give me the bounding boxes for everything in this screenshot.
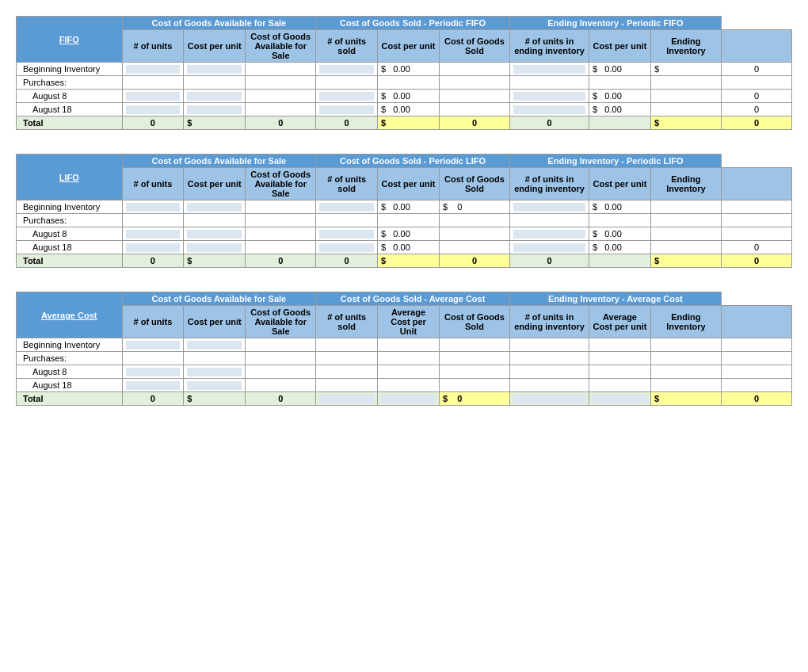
fifo-pur-units (122, 76, 184, 90)
avg-total-endcpu[interactable] (589, 392, 651, 406)
lifo-bi-units-input[interactable] (126, 203, 181, 212)
fifo-aug8-cpu[interactable] (184, 90, 246, 103)
avg-total-endu-input[interactable] (513, 395, 585, 403)
fifo-title-cell: FIFO (17, 17, 123, 63)
lifo-aug18-endu[interactable] (509, 241, 589, 254)
avg-row-total: Total 0 $ 0 $ 0 $ 0 (17, 392, 792, 406)
fifo-header-row1: FIFO Cost of Goods Available for Sale Co… (17, 17, 792, 30)
lifo-aug8-units[interactable] (122, 227, 184, 241)
lifo-aug18-sold-input[interactable] (319, 243, 374, 252)
lifo-bi-sold-input[interactable] (319, 203, 374, 212)
fifo-aug8-endu[interactable] (509, 90, 589, 103)
avg-bi-cpu[interactable] (184, 338, 246, 352)
lifo-bi-endu-input[interactable] (513, 203, 585, 212)
avg-row-purchases: Purchases: (17, 352, 792, 365)
fifo-bi-unitssold[interactable] (316, 63, 378, 76)
avg-total-acpu[interactable] (378, 392, 440, 406)
lifo-aug18-units[interactable] (122, 241, 184, 254)
lifo-bi-cpu[interactable] (184, 200, 246, 214)
avg-row-aug8: August 8 (17, 365, 792, 379)
avg-aug18-cpu-input[interactable] (187, 381, 242, 390)
lifo-aug8-endu[interactable] (509, 227, 589, 241)
avg-aug8-cpu[interactable] (184, 365, 246, 379)
avg-aug18-units[interactable] (122, 379, 184, 392)
fifo-pur-sold (316, 76, 378, 90)
fifo-bi-units[interactable] (122, 63, 184, 76)
lifo-row-beginning: Beginning Inventory $ 0.00 $ 0 $ 0.00 (17, 200, 792, 214)
avg-total-sold[interactable] (316, 392, 378, 406)
lifo-bi-cog (246, 200, 316, 214)
lifo-bi-endu[interactable] (509, 200, 589, 214)
avg-aug18-cpu[interactable] (184, 379, 246, 392)
fifo-aug18-sold-input[interactable] (319, 105, 374, 114)
fifo-row-aug18: August 18 $ 0.00 $ 0.00 0 (17, 103, 792, 116)
fifo-aug18-endu-input[interactable] (513, 105, 585, 114)
fifo-total-sold: 0 (316, 116, 378, 130)
fifo-bi-units-input[interactable] (126, 65, 181, 74)
lifo-aug8-costper: $ 0.00 (378, 227, 440, 241)
fifo-aug8-cpu-input[interactable] (187, 92, 242, 101)
lifo-aug18-endu-input[interactable] (513, 243, 585, 252)
lifo-aug8-endu-input[interactable] (513, 230, 585, 239)
fifo-aug8-sold-input[interactable] (319, 92, 374, 101)
avg-row-beginning: Beginning Inventory (17, 338, 792, 352)
lifo-aug8-sold[interactable] (316, 227, 378, 241)
fifo-aug18-units[interactable] (122, 103, 184, 116)
fifo-bi-unitssold-input[interactable] (319, 65, 374, 74)
fifo-col7: # of units in ending inventory (509, 30, 589, 63)
avg-total-endi-dollar: $ (650, 392, 721, 406)
fifo-bi-endingunits[interactable] (509, 63, 589, 76)
lifo-col5: Cost per unit (378, 168, 440, 200)
avg-total-endu[interactable] (509, 392, 589, 406)
fifo-aug18-cpu[interactable] (184, 103, 246, 116)
avg-aug8-cpu-input[interactable] (187, 368, 242, 376)
lifo-aug8-cpu-input[interactable] (187, 230, 242, 239)
fifo-bi-endingunits-input[interactable] (513, 65, 585, 74)
lifo-aug18-cpu-input[interactable] (187, 243, 242, 252)
fifo-pur-endi (650, 76, 721, 90)
fifo-bi-endinginv1: $ (650, 63, 721, 76)
fifo-bi-costper[interactable] (184, 63, 246, 76)
fifo-aug8-units[interactable] (122, 90, 184, 103)
lifo-col3: Cost of Goods Available for Sale (246, 168, 316, 200)
fifo-aug18-units-input[interactable] (126, 105, 181, 114)
fifo-aug8-cogs (439, 90, 509, 103)
lifo-bi-sold[interactable] (316, 200, 378, 214)
lifo-bi-cogs: $ 0 (439, 200, 509, 214)
lifo-aug18-cpu[interactable] (184, 241, 246, 254)
fifo-aug8-endi (650, 90, 721, 103)
avg-col7: # of units in ending inventory (509, 306, 589, 338)
avg-section1-header: Cost of Goods Available for Sale (122, 292, 316, 306)
avg-total-acpu-input[interactable] (381, 395, 436, 403)
lifo-bi-cpu-input[interactable] (187, 203, 242, 212)
fifo-aug8-endi2: 0 (721, 90, 791, 103)
avg-total-endcpu-input[interactable] (593, 395, 647, 403)
fifo-bi-costper-input[interactable] (187, 65, 242, 74)
avg-aug8-units[interactable] (122, 365, 184, 379)
fifo-section: FIFO Cost of Goods Available for Sale Co… (16, 16, 792, 130)
lifo-aug18-units-input[interactable] (126, 243, 181, 252)
avg-bi-cpu-input[interactable] (187, 341, 242, 349)
fifo-aug18-endu[interactable] (509, 103, 589, 116)
fifo-bi-endingcostper: $ 0.00 (589, 63, 651, 76)
fifo-aug8-units-input[interactable] (126, 92, 181, 101)
lifo-aug8-cpu[interactable] (184, 227, 246, 241)
fifo-aug18-sold[interactable] (316, 103, 378, 116)
avg-total-sold-input[interactable] (319, 395, 374, 403)
avg-aug8-units-input[interactable] (126, 368, 181, 376)
lifo-total-endi-dollar: $ (650, 254, 721, 268)
fifo-aug8-costper: $ 0.00 (378, 90, 440, 103)
avg-bi-units[interactable] (122, 338, 184, 352)
lifo-bi-units[interactable] (122, 200, 184, 214)
fifo-aug8-sold[interactable] (316, 90, 378, 103)
fifo-aug8-endu-input[interactable] (513, 92, 585, 101)
avg-section2-header: Cost of Goods Sold - Average Cost (316, 292, 510, 306)
lifo-aug8-units-input[interactable] (126, 230, 181, 239)
fifo-aug18-cpu-input[interactable] (187, 105, 242, 114)
fifo-row-purchases: Purchases: (17, 76, 792, 90)
avg-bi-units-input[interactable] (126, 341, 181, 349)
avg-aug18-units-input[interactable] (126, 381, 181, 390)
lifo-aug18-sold[interactable] (316, 241, 378, 254)
lifo-aug8-sold-input[interactable] (319, 230, 374, 239)
avg-col5: Average Cost per Unit (378, 306, 440, 338)
